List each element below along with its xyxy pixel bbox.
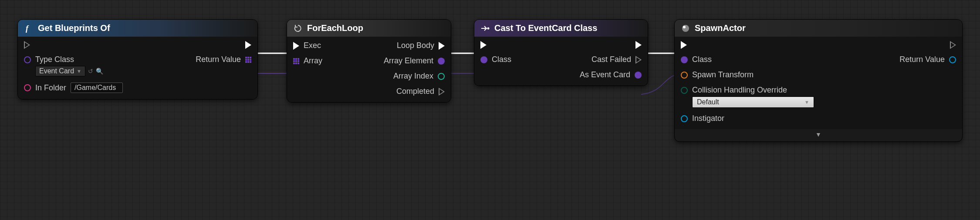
completed-pin[interactable]: Completed bbox=[396, 87, 445, 96]
pin-label: Class bbox=[492, 55, 511, 64]
cast-icon bbox=[480, 24, 490, 33]
reset-icon[interactable]: ↺ bbox=[88, 68, 93, 75]
exec-out-pin[interactable] bbox=[245, 41, 251, 49]
pin-label: Spawn Transform bbox=[692, 70, 754, 79]
exec-out-pin[interactable] bbox=[950, 41, 956, 49]
svg-point-2 bbox=[682, 25, 689, 32]
node-foreach-loop[interactable]: ForEachLoop Exec Array Loop Body Array E… bbox=[287, 19, 451, 103]
node-spawn-actor[interactable]: SpawnActor Class Spawn Transform Collisi… bbox=[674, 19, 963, 142]
pin-label: Exec bbox=[304, 41, 321, 50]
type-class-dropdown[interactable]: Event Card ▼ bbox=[35, 66, 85, 76]
collision-handling-pin[interactable]: Collision Handling Override bbox=[681, 86, 820, 95]
in-folder-input[interactable]: /Game/Cards bbox=[71, 82, 123, 93]
class-in-pin[interactable]: Class bbox=[681, 55, 820, 64]
pin-label: Array bbox=[304, 56, 322, 65]
exec-in-pin[interactable] bbox=[24, 41, 123, 49]
search-icon[interactable]: 🔍 bbox=[96, 68, 103, 75]
loop-icon bbox=[293, 24, 303, 33]
svg-point-1 bbox=[487, 27, 490, 29]
node-title: SpawnActor bbox=[695, 23, 746, 33]
node-header[interactable]: Cast To EventCard Class bbox=[474, 20, 648, 37]
pin-label: Loop Body bbox=[397, 41, 434, 50]
node-title: Get Blueprints Of bbox=[38, 23, 110, 33]
exec-in-pin[interactable]: Exec bbox=[293, 41, 354, 50]
chevron-down-icon: ▼ bbox=[77, 69, 81, 74]
loop-body-pin[interactable]: Loop Body bbox=[397, 41, 445, 50]
array-in-pin[interactable]: Array bbox=[293, 56, 354, 65]
svg-text:f: f bbox=[26, 24, 29, 33]
pin-label: Type Class bbox=[35, 55, 74, 64]
pin-label: Collision Handling Override bbox=[692, 86, 787, 95]
in-folder-pin[interactable]: In Folder /Game/Cards bbox=[24, 82, 123, 93]
expand-arrow-icon[interactable]: ▼ bbox=[675, 129, 962, 141]
return-value-pin[interactable]: Return Value bbox=[196, 55, 251, 64]
pin-label: Array Element bbox=[384, 56, 433, 65]
instigator-pin[interactable]: Instigator bbox=[681, 114, 820, 123]
as-event-card-pin[interactable]: As Event Card bbox=[580, 70, 642, 79]
pin-label: Array Index bbox=[393, 72, 433, 81]
svg-point-3 bbox=[683, 26, 686, 28]
pin-label: Return Value bbox=[899, 55, 945, 64]
collision-dropdown[interactable]: Default ▼ bbox=[692, 96, 814, 108]
exec-in-pin[interactable] bbox=[480, 41, 541, 49]
type-class-pin[interactable]: Type Class bbox=[24, 55, 123, 64]
node-title: ForEachLoop bbox=[307, 23, 363, 33]
pin-label: Cast Failed bbox=[591, 55, 631, 64]
array-element-pin[interactable]: Array Element bbox=[384, 56, 445, 65]
pin-label: In Folder bbox=[35, 83, 66, 93]
exec-out-pin[interactable] bbox=[635, 41, 642, 49]
pin-label: Class bbox=[692, 55, 712, 64]
node-header[interactable]: f Get Blueprints Of bbox=[18, 20, 257, 37]
pin-label: Return Value bbox=[196, 55, 241, 64]
node-header[interactable]: ForEachLoop bbox=[287, 20, 451, 37]
array-index-pin[interactable]: Array Index bbox=[393, 72, 445, 81]
class-in-pin[interactable]: Class bbox=[480, 55, 541, 64]
return-value-pin[interactable]: Return Value bbox=[899, 55, 956, 64]
spawn-transform-pin[interactable]: Spawn Transform bbox=[681, 70, 820, 79]
node-cast-to-eventcard[interactable]: Cast To EventCard Class Class Cast Faile… bbox=[474, 19, 648, 86]
function-icon: f bbox=[24, 24, 34, 33]
node-get-blueprints-of[interactable]: f Get Blueprints Of Type Class Event Car… bbox=[17, 19, 258, 100]
exec-in-pin[interactable] bbox=[681, 41, 820, 49]
pin-label: As Event Card bbox=[580, 70, 630, 79]
pin-label: Instigator bbox=[692, 114, 724, 123]
pin-label: Completed bbox=[396, 87, 434, 96]
cast-failed-pin[interactable]: Cast Failed bbox=[591, 55, 642, 64]
node-title: Cast To EventCard Class bbox=[494, 23, 597, 33]
spawn-icon bbox=[681, 24, 690, 33]
chevron-down-icon: ▼ bbox=[804, 100, 809, 105]
node-header[interactable]: SpawnActor bbox=[675, 20, 962, 37]
